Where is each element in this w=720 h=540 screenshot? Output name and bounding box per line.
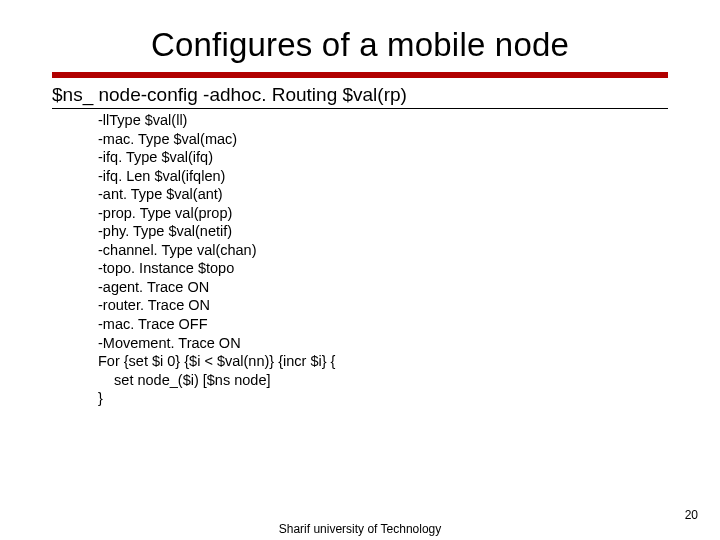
red-rule [52,72,668,78]
title-rule [52,72,668,78]
code-block: -llType $val(ll) -mac. Type $val(mac) -i… [98,111,668,408]
slide-title: Configures of a mobile node [0,0,720,72]
slide-number: 20 [685,508,698,522]
black-rule [52,108,668,109]
command-line: $ns_ node-config -adhoc. Routing $val(rp… [52,84,668,106]
slide: Configures of a mobile node $ns_ node-co… [0,0,720,540]
sub-rule-wrap [52,108,668,109]
footer-center-text: Sharif university of Technology [0,522,720,536]
